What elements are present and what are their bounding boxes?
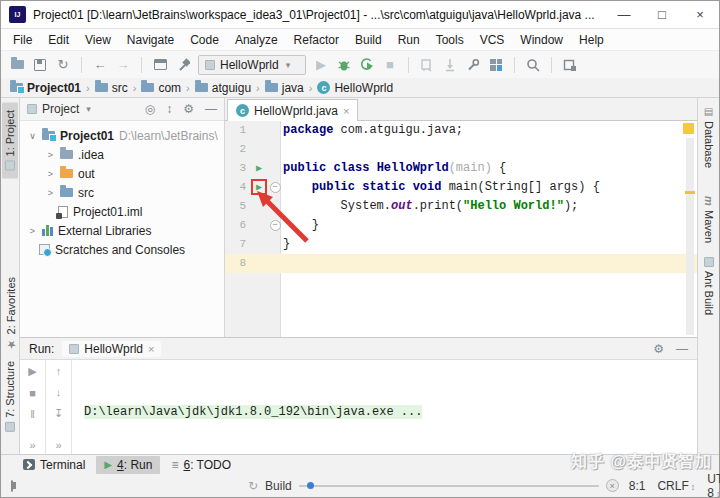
fold-icon[interactable]: − — [270, 182, 281, 193]
tree-collapsed-icon[interactable]: > — [46, 188, 55, 198]
encoding-indicator[interactable]: UTF-8↕ — [707, 472, 720, 498]
folder-icon — [195, 83, 208, 92]
gear-icon[interactable]: ⚙ — [653, 342, 664, 356]
run-panel: Run: HelloWprld × ⚙ — ▶ ■ ‖ — [20, 337, 697, 454]
breadcrumb-com[interactable]: com — [141, 81, 181, 95]
debug-bug-icon[interactable] — [336, 56, 352, 74]
minimize-button[interactable]: — — [605, 1, 643, 29]
run-icon[interactable]: ▶ — [313, 56, 329, 74]
close-button[interactable]: × — [681, 1, 719, 29]
gear-icon[interactable]: ⚙ — [183, 102, 194, 116]
menu-file[interactable]: File — [5, 31, 40, 49]
breadcrumb-src[interactable]: src — [95, 81, 128, 95]
collapse-all-icon[interactable]: ↕ — [166, 102, 172, 116]
save-all-icon[interactable] — [32, 56, 48, 74]
tree-row-external-libraries[interactable]: > External Libraries — [20, 221, 224, 240]
menu-analyze[interactable]: Analyze — [227, 31, 286, 49]
tree-row-iml[interactable]: Project01.iml — [20, 202, 224, 221]
tree-row-root[interactable]: ∨ Project01 D:\learn\JetBrains\ — [20, 126, 224, 145]
sync-icon[interactable]: ↻ — [55, 56, 71, 74]
editor-scrollbar[interactable] — [686, 138, 694, 335]
build-hammer-icon[interactable] — [175, 56, 191, 74]
toolwindow-tab-todo[interactable]: ≡ 6: TODO — [163, 456, 239, 474]
rerun-icon[interactable]: ▶ — [28, 365, 36, 378]
run-tab-hellowprld[interactable]: HelloWprld × — [62, 341, 161, 357]
search-icon[interactable] — [525, 56, 541, 74]
project-tree: ∨ Project01 D:\learn\JetBrains\ > .idea … — [20, 121, 224, 259]
tab-close-icon[interactable]: × — [343, 105, 349, 117]
tree-row-idea[interactable]: > .idea — [20, 145, 224, 164]
breadcrumb-class[interactable]: c HelloWprld — [317, 81, 393, 95]
menu-edit[interactable]: Edit — [40, 31, 77, 49]
pause-icon[interactable]: ‖ — [30, 408, 35, 420]
project-view-label[interactable]: Project — [42, 102, 79, 116]
up-stack-icon[interactable]: ↑ — [56, 365, 62, 377]
tree-collapsed-icon[interactable]: > — [46, 150, 55, 160]
more-actions-icon[interactable]: » — [55, 439, 61, 451]
run-anything-icon[interactable] — [152, 56, 168, 74]
menu-refactor[interactable]: Refactor — [286, 31, 347, 49]
scrollbar-warning-tick[interactable] — [685, 191, 695, 194]
more-actions-icon[interactable]: » — [29, 439, 35, 451]
toolwindow-tab-terminal[interactable]: Terminal — [15, 456, 93, 474]
run-class-gutter-icon[interactable]: ▶ — [251, 159, 267, 178]
toolwindow-tab-run[interactable]: ▶ 4: Run — [96, 456, 160, 474]
line-separator-indicator[interactable]: CRLF↕ — [657, 479, 695, 493]
menu-tools[interactable]: Tools — [428, 31, 472, 49]
down-stack-icon[interactable]: ↓ — [56, 386, 62, 398]
profiler-icon[interactable] — [419, 56, 435, 74]
open-icon[interactable] — [9, 56, 25, 74]
chevron-down-icon[interactable]: ▾ — [86, 104, 91, 114]
toolwindow-tab-structure[interactable]: 7: Structure — [4, 361, 16, 432]
editor-tab-hellowprld[interactable]: c HelloWprld.java × — [227, 99, 358, 121]
toolwindow-tab-ant[interactable]: Ant Build — [703, 257, 715, 315]
breadcrumb-java[interactable]: java — [265, 81, 304, 95]
toolwindow-tab-database[interactable]: ▤ Database — [703, 106, 715, 168]
forward-icon[interactable]: → — [115, 56, 131, 74]
menu-run[interactable]: Run — [390, 31, 428, 49]
settings-wrench-icon[interactable] — [465, 56, 481, 74]
breadcrumb-project[interactable]: Project01 — [10, 81, 81, 95]
hide-panel-icon[interactable]: — — [205, 102, 217, 116]
menu-view[interactable]: View — [77, 31, 119, 49]
run-tab-close-icon[interactable]: × — [148, 343, 154, 355]
project-structure-icon[interactable] — [488, 56, 504, 74]
tree-collapsed-icon[interactable]: > — [28, 226, 37, 236]
attach-profiler-icon[interactable] — [442, 56, 458, 74]
tree-expanded-icon[interactable]: ∨ — [28, 131, 37, 141]
stop-icon[interactable]: ■ — [29, 387, 36, 399]
toolwindow-tab-maven[interactable]: m Maven — [703, 196, 715, 243]
folder-icon — [141, 83, 154, 92]
menu-window[interactable]: Window — [512, 31, 571, 49]
toolwindow-toggle-icon[interactable] — [11, 480, 13, 492]
back-icon[interactable]: ← — [92, 56, 108, 74]
maximize-button[interactable]: □ — [643, 1, 681, 29]
toolwindow-tab-project[interactable]: 1: Project — [2, 102, 18, 178]
menu-vcs[interactable]: VCS — [472, 31, 513, 49]
menu-build[interactable]: Build — [347, 31, 390, 49]
hide-panel-icon[interactable]: — — [676, 342, 688, 356]
tree-row-src[interactable]: > src — [20, 183, 224, 202]
cancel-build-icon[interactable]: × — [606, 479, 619, 492]
menu-code[interactable]: Code — [182, 31, 227, 49]
menu-help[interactable]: Help — [571, 31, 612, 49]
run-console[interactable]: D:\learn\Java\jdk\jdk1.8.0_192\bin\java.… — [72, 360, 697, 454]
project-view-icon — [27, 104, 37, 114]
fold-icon[interactable]: − — [270, 220, 281, 231]
edit-run-configurations-icon[interactable] — [562, 56, 578, 74]
inspection-status-icon[interactable] — [683, 123, 694, 134]
locate-target-icon[interactable]: ◎ — [145, 102, 155, 116]
tree-row-out[interactable]: > out — [20, 164, 224, 183]
stop-icon[interactable]: ■ — [382, 56, 398, 74]
scroll-to-end-icon[interactable]: ↧ — [54, 407, 63, 420]
menu-bar: File Edit View Navigate Code Analyze Ref… — [1, 29, 719, 51]
editor-content[interactable]: 1 package com.atguigu.java; 2 3 ▶ — [225, 121, 697, 337]
toolwindow-tab-favorites[interactable]: ★ 2: Favorites — [4, 277, 17, 351]
coverage-icon[interactable] — [359, 56, 375, 74]
tree-collapsed-icon[interactable]: > — [46, 169, 55, 179]
menu-navigate[interactable]: Navigate — [119, 31, 182, 49]
breadcrumb-atguigu[interactable]: atguigu — [195, 81, 251, 95]
run-config-select[interactable]: HelloWprld ▾ — [198, 55, 306, 75]
caret-position[interactable]: 8:1 — [629, 479, 646, 493]
tree-row-scratches[interactable]: Scratches and Consoles — [20, 240, 224, 259]
